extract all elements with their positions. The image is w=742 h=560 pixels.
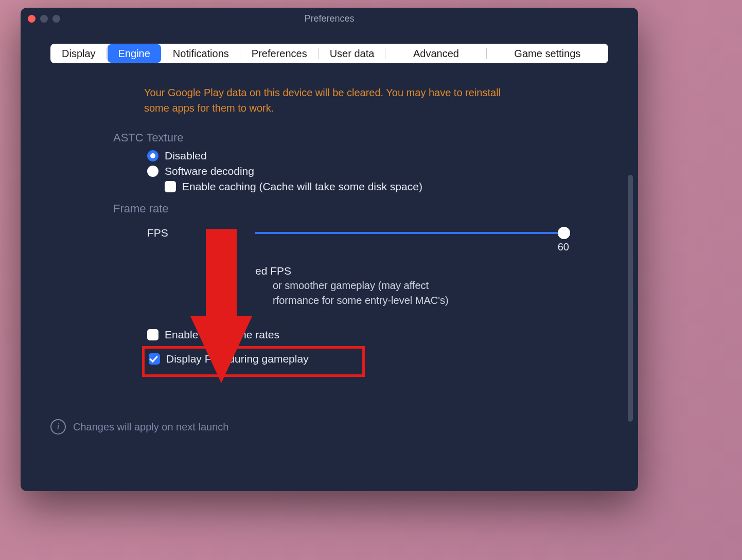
tab-notifications[interactable]: Notifications — [162, 44, 240, 63]
radio-astc-software-label: Software decoding — [165, 165, 254, 177]
fps-row: FPS 60 — [147, 226, 608, 239]
preferences-window: Preferences Display Engine Notifications… — [21, 8, 638, 491]
radio-astc-disabled-row[interactable]: Disabled — [147, 150, 608, 162]
radio-astc-disabled[interactable] — [147, 150, 158, 161]
tab-advanced[interactable]: Advanced — [385, 44, 486, 63]
checkbox-high-frames[interactable] — [147, 329, 158, 340]
titlebar: Preferences — [21, 8, 638, 29]
checkbox-display-fps-row[interactable]: Display FPS during gameplay — [149, 353, 352, 365]
tab-preferences[interactable]: Preferences — [240, 44, 319, 63]
checkbox-caching[interactable] — [165, 181, 176, 192]
vsync-block: ed FPS or smoother gameplay (may affect … — [147, 265, 608, 308]
radio-astc-software-row[interactable]: Software decoding — [147, 165, 608, 177]
tab-engine[interactable]: Engine — [108, 45, 161, 62]
slider-track — [255, 232, 564, 234]
tab-user-data[interactable]: User data — [319, 44, 386, 63]
checkbox-caching-row[interactable]: Enable caching (Cache will take some dis… — [165, 180, 608, 193]
fps-slider[interactable]: 60 — [255, 226, 564, 234]
fps-value: 60 — [558, 241, 569, 253]
checkbox-display-fps[interactable] — [149, 353, 160, 365]
window-title: Preferences — [21, 13, 638, 24]
fps-label: FPS — [147, 226, 235, 239]
radio-astc-software[interactable] — [147, 166, 158, 177]
vsync-sub1: or smoother gameplay (may affect — [273, 278, 561, 293]
window-controls — [28, 15, 60, 23]
checkbox-caching-label: Enable caching (Cache will take some dis… — [182, 180, 422, 193]
radio-astc-disabled-label: Disabled — [165, 150, 207, 162]
checkbox-high-frames-label: Enable high frame rates — [165, 329, 279, 341]
highlight-box: Display FPS during gameplay — [142, 346, 365, 377]
section-astc: ASTC Texture — [113, 131, 608, 144]
tab-display[interactable]: Display — [50, 44, 107, 63]
section-frame-rate: Frame rate — [113, 202, 608, 215]
footer: i Changes will apply on next launch — [50, 419, 228, 435]
zoom-icon[interactable] — [52, 15, 60, 23]
checkbox-display-fps-label: Display FPS during gameplay — [166, 353, 309, 365]
tab-game-settings[interactable]: Game settings — [487, 44, 608, 63]
footer-text: Changes will apply on next launch — [73, 421, 228, 433]
scrollbar[interactable] — [628, 175, 633, 422]
vsync-title: ed FPS — [255, 265, 291, 277]
checkbox-high-frames-row[interactable]: Enable high frame rates — [147, 329, 608, 341]
minimize-icon[interactable] — [40, 15, 48, 23]
checkbox-vsync-row[interactable]: ed FPS — [147, 265, 608, 277]
slider-thumb[interactable] — [558, 227, 570, 239]
warning-text: Your Google Play data on this device wil… — [144, 85, 520, 116]
close-icon[interactable] — [28, 15, 36, 23]
vsync-sub2: rformance for some entry-level MAC's) — [273, 293, 561, 308]
tab-bar: Display Engine Notifications Preferences… — [50, 44, 608, 63]
info-icon: i — [50, 419, 66, 435]
